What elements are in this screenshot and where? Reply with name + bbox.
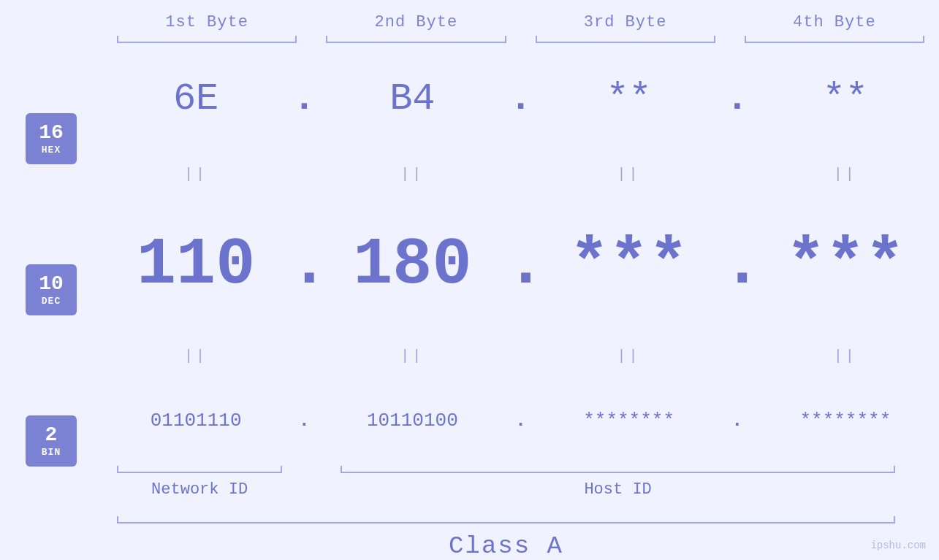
network-bracket: [102, 459, 297, 473]
main-container: 1st Byte 2nd Byte 3rd Byte 4th Byte 16 H…: [0, 0, 939, 560]
bin-dot2: .: [506, 410, 536, 431]
class-a-label: Class A: [449, 532, 563, 560]
hex-dot2: .: [506, 77, 536, 120]
dec-badge-label: DEC: [42, 296, 61, 307]
equals-2-b4: ||: [752, 348, 939, 364]
id-label-row: Network ID Host ID: [102, 480, 939, 499]
bracket-line-2: [326, 42, 506, 43]
hex-row: 6E . B4 . ** . **: [102, 77, 939, 120]
watermark: ipshu.com: [870, 540, 926, 551]
bracket-line-3: [536, 42, 715, 43]
bracket-cell-1: [102, 36, 311, 49]
label-dot-gap: [297, 480, 326, 499]
hex-dot1: .: [289, 77, 319, 120]
hex-badge-number: 16: [39, 122, 64, 145]
hex-byte4: **: [752, 77, 939, 120]
bin-byte1: 01101110: [102, 410, 289, 431]
equals-2-b1: ||: [102, 348, 289, 364]
hex-badge-label: HEX: [42, 145, 61, 156]
bin-row: 01101110 . 10110100 . ******** . *******…: [102, 410, 939, 431]
equals-2-b2: ||: [319, 348, 506, 364]
hex-byte3: **: [536, 77, 723, 120]
bin-badge-label: BIN: [42, 447, 61, 458]
bracket-top: [0, 36, 939, 49]
equals-row-1: || || || ||: [102, 164, 939, 185]
dec-byte2: 180: [319, 228, 506, 302]
byte1-header: 1st Byte: [102, 13, 311, 31]
hex-byte2: B4: [319, 77, 506, 120]
dec-dot2: .: [506, 228, 536, 302]
equals-1-b2: ||: [319, 166, 506, 183]
equals-2-b3: ||: [536, 348, 723, 364]
bracket-line-4: [745, 42, 924, 43]
content-columns: 6E . B4 . ** . ** || || || ||: [102, 56, 939, 560]
data-rows: 6E . B4 . ** . ** || || || ||: [102, 56, 939, 453]
bracket-line-1: [117, 42, 297, 43]
equals-1-b4: ||: [752, 166, 939, 183]
network-id-label: Network ID: [102, 480, 297, 499]
dec-badge-number: 10: [39, 273, 64, 296]
class-bracket-line: [117, 522, 895, 523]
equals-row-2: || || || ||: [102, 345, 939, 367]
bin-dot3: .: [723, 410, 752, 431]
bin-byte3: ********: [536, 410, 723, 431]
bracket-bottom-row: [102, 459, 939, 473]
hex-dot3: .: [723, 77, 752, 120]
bin-badge: 2 BIN: [26, 415, 77, 467]
bin-byte4: ********: [752, 410, 939, 431]
dec-byte3: ***: [536, 228, 723, 302]
host-bracket: [326, 459, 910, 473]
host-bracket-line: [341, 472, 895, 473]
badges-column: 16 HEX 10 DEC 2 BIN: [0, 56, 102, 560]
dec-dot1: .: [289, 228, 319, 302]
main-area: 16 HEX 10 DEC 2 BIN 6E . B4 . **: [0, 56, 939, 560]
bracket-dot-gap-1: [297, 459, 326, 473]
bracket-cell-2: [311, 36, 520, 49]
class-bracket-area: [102, 509, 939, 523]
bin-badge-number: 2: [45, 424, 58, 447]
class-label-row: Class A: [102, 532, 939, 560]
network-bracket-line: [117, 472, 282, 473]
dec-byte4: ***: [752, 228, 939, 302]
equals-1-b3: ||: [536, 166, 723, 183]
dec-row: 110 . 180 . *** . ***: [102, 228, 939, 302]
byte3-header: 3rd Byte: [521, 13, 730, 31]
host-id-label: Host ID: [326, 480, 910, 499]
byte-headers: 1st Byte 2nd Byte 3rd Byte 4th Byte: [0, 0, 939, 31]
hex-byte1: 6E: [102, 77, 289, 120]
byte4-header: 4th Byte: [730, 13, 939, 31]
hex-badge: 16 HEX: [26, 113, 77, 164]
dec-byte1: 110: [102, 228, 289, 302]
bin-dot1: .: [289, 410, 319, 431]
bracket-cell-4: [730, 36, 939, 49]
byte2-header: 2nd Byte: [311, 13, 520, 31]
dec-dot3: .: [723, 228, 752, 302]
equals-1-b1: ||: [102, 166, 289, 183]
dec-badge: 10 DEC: [26, 264, 77, 315]
bracket-cell-3: [521, 36, 730, 49]
bin-byte2: 10110100: [319, 410, 506, 431]
